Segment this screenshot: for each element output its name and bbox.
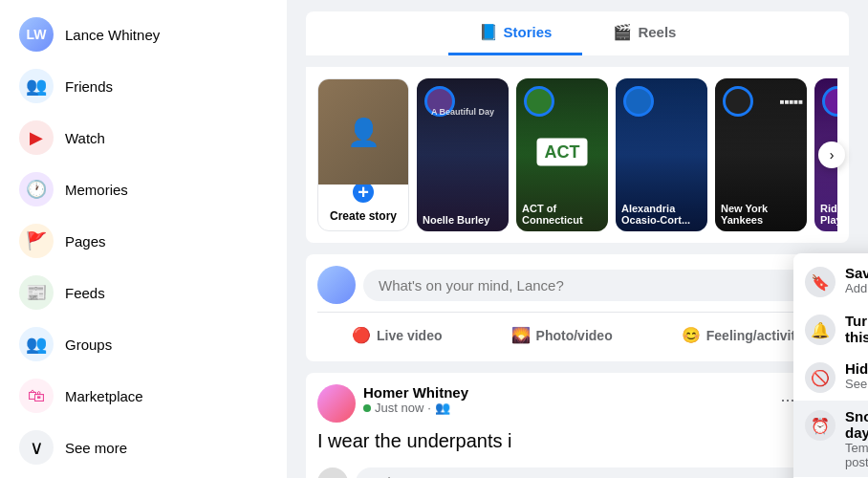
comment-input[interactable] xyxy=(356,467,837,478)
notify-title: Turn on notifications for this post xyxy=(845,313,868,345)
notify-icon: 🔔 xyxy=(805,315,835,345)
stories-tab-icon: 📘 xyxy=(479,23,498,41)
save-post-title: Save post xyxy=(845,265,868,281)
stories-next-button[interactable]: › xyxy=(818,141,845,168)
shortcuts-title: Your shortcuts xyxy=(0,474,287,478)
compose-user-avatar xyxy=(317,266,356,304)
sidebar-label-feeds: Feeds xyxy=(65,285,105,301)
hide-post-icon: 🚫 xyxy=(805,362,835,393)
save-post-icon: 🔖 xyxy=(805,267,835,297)
live-video-icon: 🔴 xyxy=(352,326,371,344)
act-story-name: ACT of Connecticut xyxy=(522,203,602,226)
watch-icon: ▶ xyxy=(19,120,54,155)
feeling-label: Feeling/activity xyxy=(706,328,803,343)
snooze-title: Snooze Homer for 30 days xyxy=(845,408,868,441)
live-video-button[interactable]: 🔴 Live video xyxy=(340,320,453,350)
snooze-icon: ⏰ xyxy=(805,410,835,441)
story-aoc[interactable]: Alexandria Ocasio-Cort... xyxy=(616,78,707,231)
post-text-input[interactable] xyxy=(363,270,837,301)
post-meta: Just now · 👥 xyxy=(363,401,765,415)
sidebar-label-pages: Pages xyxy=(65,233,106,250)
dropdown-hide-post[interactable]: 🚫 Hide post See fewer posts like this. xyxy=(793,353,868,401)
comment-area xyxy=(317,460,837,478)
post-input-row xyxy=(317,266,837,304)
yankees-stats: ■■■■■ xyxy=(719,98,803,106)
reels-tab-icon: 🎬 xyxy=(613,23,632,41)
aoc-avatar-ring xyxy=(623,86,654,117)
act-text-overlay: ACT xyxy=(537,139,588,166)
privacy-icon: 👥 xyxy=(435,401,450,415)
main-content: 📘 Stories 🎬 Reels 👤 + Create story xyxy=(287,0,868,478)
sidebar-item-seemore[interactable]: ∨ See more xyxy=(8,423,279,472)
sidebar-user-profile[interactable]: LW Lance Whitney xyxy=(8,10,279,59)
create-story-bottom: + Create story xyxy=(326,185,401,230)
homer-post-card: Homer Whitney Just now · 👥 ··· ✕ I wear … xyxy=(306,373,849,478)
sidebar-item-memories[interactable]: 🕐 Memories xyxy=(8,164,279,214)
online-dot xyxy=(363,404,371,412)
act-avatar-ring xyxy=(524,86,554,117)
friends-icon: · xyxy=(427,401,431,415)
sidebar-label-memories: Memories xyxy=(65,182,128,198)
create-story-label: Create story xyxy=(330,209,397,223)
ridgefield-story-name: Ridgefield Playhouse xyxy=(820,203,837,226)
snooze-sub: Temporarily stop seeing posts. xyxy=(845,441,868,469)
dropdown-snooze-text: Snooze Homer for 30 days Temporarily sto… xyxy=(845,408,868,469)
aoc-story-name: Alexandria Ocasio-Cort... xyxy=(621,203,702,226)
pages-icon: 🚩 xyxy=(19,224,54,258)
create-story-bg: 👤 xyxy=(318,79,408,185)
sidebar-label-watch: Watch xyxy=(65,130,105,146)
stories-tab-label: Stories xyxy=(504,24,553,40)
dropdown-notify-text: Turn on notifications for this post xyxy=(845,313,868,345)
yankees-story-name: New York Yankees xyxy=(721,203,801,226)
post-time: Just now xyxy=(375,401,423,415)
sidebar-label-friends: Friends xyxy=(65,78,113,95)
post-content-text: I wear the underpants i xyxy=(317,430,837,452)
photo-video-button[interactable]: 🌄 Photo/video xyxy=(500,320,624,350)
dropdown-save-text: Save post Add this to your saved items. xyxy=(845,265,868,295)
sidebar-item-marketplace[interactable]: 🛍 Marketplace xyxy=(8,371,279,421)
post-action-buttons: 🔴 Live video 🌄 Photo/video 😊 Feeling/act… xyxy=(317,312,837,350)
photo-video-label: Photo/video xyxy=(536,328,613,343)
friends-icon: 👥 xyxy=(19,69,54,103)
stories-row: 👤 + Create story Noelle Burley A Beautif… xyxy=(317,78,837,231)
dropdown-save-post[interactable]: 🔖 Save post Add this to your saved items… xyxy=(793,257,868,305)
sidebar-item-watch[interactable]: ▶ Watch xyxy=(8,113,279,163)
dropdown-snooze[interactable]: ⏰ Snooze Homer for 30 days Temporarily s… xyxy=(793,401,868,477)
tab-reels[interactable]: 🎬 Reels xyxy=(582,11,706,55)
story-yankees[interactable]: ■■■■■ New York Yankees xyxy=(715,78,807,231)
memories-icon: 🕐 xyxy=(19,172,54,206)
homer-avatar xyxy=(317,384,356,423)
feeling-icon: 😊 xyxy=(682,326,701,344)
save-post-sub: Add this to your saved items. xyxy=(845,281,868,295)
post-options-dropdown: 🔖 Save post Add this to your saved items… xyxy=(793,253,868,478)
stories-container: 👤 + Create story Noelle Burley A Beautif… xyxy=(306,67,849,243)
post-header: Homer Whitney Just now · 👥 ··· ✕ xyxy=(317,384,837,423)
sidebar: LW Lance Whitney 👥 Friends ▶ Watch 🕐 Mem… xyxy=(0,0,287,478)
sidebar-label-groups: Groups xyxy=(65,337,112,353)
hide-post-title: Hide post xyxy=(845,360,868,377)
story-act[interactable]: ACT ACT of Connecticut xyxy=(516,78,608,231)
photo-video-icon: 🌄 xyxy=(511,326,531,344)
tab-stories[interactable]: 📘 Stories xyxy=(448,11,583,55)
post-compose-box: 🔴 Live video 🌄 Photo/video 😊 Feeling/act… xyxy=(306,254,849,361)
sidebar-item-pages[interactable]: 🚩 Pages xyxy=(8,216,279,266)
marketplace-icon: 🛍 xyxy=(19,379,54,413)
live-video-label: Live video xyxy=(377,328,442,343)
sidebar-item-feeds[interactable]: 📰 Feeds xyxy=(8,268,279,317)
user-avatar: LW xyxy=(19,17,54,52)
homer-user-name: Homer Whitney xyxy=(363,384,765,401)
sidebar-label-marketplace: Marketplace xyxy=(65,388,143,404)
user-name: Lance Whitney xyxy=(65,27,160,43)
stories-reels-tabs: 📘 Stories 🎬 Reels xyxy=(306,11,849,55)
sidebar-label-seemore: See more xyxy=(65,440,127,456)
feeds-icon: 📰 xyxy=(19,275,54,310)
story-noelle[interactable]: Noelle Burley A Beautiful Day xyxy=(417,78,509,231)
seemore-icon: ∨ xyxy=(19,430,54,465)
hide-post-sub: See fewer posts like this. xyxy=(845,377,868,391)
dropdown-notify[interactable]: 🔔 Turn on notifications for this post xyxy=(793,305,868,353)
sidebar-item-groups[interactable]: 👥 Groups xyxy=(8,319,279,369)
reels-tab-label: Reels xyxy=(638,24,676,40)
create-story-card[interactable]: 👤 + Create story xyxy=(317,78,409,231)
sidebar-item-friends[interactable]: 👥 Friends xyxy=(8,61,279,111)
noelle-story-name: Noelle Burley xyxy=(423,214,503,226)
